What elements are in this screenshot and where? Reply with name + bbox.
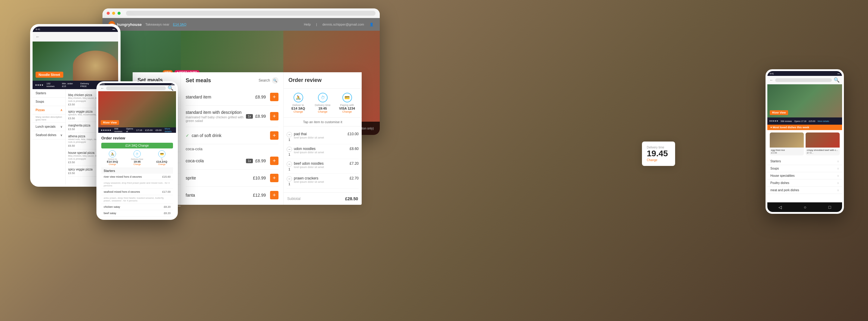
right-back-arrow[interactable]: ←: [770, 78, 773, 82]
add-btn-sprite[interactable]: +: [270, 174, 278, 182]
phone-right-cat-house-label: House specialities: [770, 174, 795, 178]
order-review-title: Order review: [284, 72, 362, 89]
qty-ctrl-pad-thai[interactable]: − 1: [287, 132, 292, 141]
menu-item-coca-cola[interactable]: coca-cola 1x £8.99 +: [186, 152, 278, 169]
qty-num-udon: 1: [288, 153, 290, 156]
order-time-change[interactable]: Change: [318, 110, 328, 113]
right-more-details[interactable]: More details: [818, 120, 829, 122]
phone-cat-soups[interactable]: Soups: [33, 98, 65, 106]
phone-cat-soups-label: Soups: [36, 100, 44, 103]
order-meta-pay-icon: 💳: [342, 93, 352, 102]
order-item-udon[interactable]: − 1 udon noodles lorel ipsum dolor sit a…: [287, 144, 359, 159]
order-item-pad-thai-details: pad thai lorel ipsum dolor sit amet: [294, 132, 346, 139]
phone-stat-delivery-left: Delivery FREE: [80, 82, 96, 88]
mid-starter-6[interactable]: beef satay £8.20: [101, 210, 173, 217]
phone-cat-pizzas[interactable]: Pizzas ∧: [33, 106, 65, 115]
order-item-prawn-name: prawn crackers: [294, 176, 348, 181]
phone-right-cat-meat[interactable]: meat and pork dishes ∨: [767, 187, 842, 194]
mid-status-bar: 5:01 ▪▪▪: [98, 83, 176, 85]
bottom-nav-back[interactable]: ◁: [778, 205, 782, 210]
hh-nav-right: Help | dennis.schipper@gmail.com 👤: [304, 23, 374, 27]
hh-location[interactable]: E14 3AQ: [173, 23, 187, 26]
phone-cat-lunch[interactable]: Lunch specials ∨: [33, 123, 65, 131]
nav-divider: |: [316, 23, 317, 26]
order-item-beef-udon[interactable]: − 1 beef udon noodles lorel ipsum dolor …: [287, 159, 359, 174]
menu-items-header: Set meals Search 🔍: [186, 77, 278, 84]
add-btn-soft-drink[interactable]: +: [270, 131, 278, 140]
add-btn-fanta[interactable]: +: [270, 191, 278, 199]
mid-starter-5[interactable]: chicken satay £8.20: [101, 204, 173, 210]
order-item-prawn-crackers[interactable]: − 1 prawn crackers lorel ipsum dolor sit…: [287, 174, 359, 189]
menu-item-fanta[interactable]: fanta £12.99 +: [186, 187, 278, 204]
lunch-chevron: ∨: [60, 125, 62, 128]
phone-right-rest-badge: River View: [770, 110, 788, 115]
mid-order-title: Order review: [101, 136, 173, 140]
order-deliver-change[interactable]: Change: [293, 110, 303, 113]
mid-time-change[interactable]: Change: [133, 163, 141, 165]
menu-item-soft-drink[interactable]: ✓ can of soft drink +: [186, 127, 278, 144]
food-card-1[interactable]: egg fried rice £3.98: [770, 132, 804, 155]
order-item-prawn-details: prawn crackers lorel ipsum dolor sit ame…: [294, 176, 348, 183]
menu-item-standard-price: £8.99: [255, 95, 266, 99]
order-item-pad-thai[interactable]: − 1 pad thai lorel ipsum dolor sit amet …: [287, 129, 359, 144]
mid-starter-3-price: £17.00: [162, 190, 170, 193]
phone-cat-starters[interactable]: Starters: [33, 89, 65, 98]
mid-more-details[interactable]: More details: [164, 127, 174, 133]
menu-item-sprite[interactable]: sprite £10.99 +: [186, 169, 278, 187]
phone-right-cat-soups[interactable]: Soups ∨: [767, 165, 842, 172]
qty-ctrl-prawn[interactable]: − 1: [287, 176, 292, 186]
dt-change[interactable]: Change: [647, 158, 670, 162]
qty-ctrl-beef-udon[interactable]: − 1: [287, 161, 292, 171]
mid-starter-1[interactable]: river view mixed hors d oeuvres £15.60: [101, 174, 173, 180]
add-btn-coca-cola[interactable]: +: [270, 157, 278, 165]
food-card-2[interactable]: crispy shredded beef with c... £7.9...: [806, 132, 840, 155]
mid-starter-5-name: chicken satay: [104, 205, 120, 208]
bottom-nav-home[interactable]: ○: [804, 205, 806, 210]
qty-minus-prawn[interactable]: −: [287, 176, 292, 182]
mid-pay-value: £14.2AQ: [156, 160, 167, 163]
qty-minus-udon[interactable]: −: [287, 147, 292, 152]
right-search-icon[interactable]: 🔍: [834, 77, 840, 83]
mid-deliver-change[interactable]: Change: [109, 163, 116, 165]
order-pay-change[interactable]: Change: [342, 110, 352, 113]
add-btn-with-desc[interactable]: +: [270, 112, 278, 121]
order-item-pad-thai-desc: lorel ipsum dolor sit amet: [294, 136, 346, 139]
phone-cat-seafood[interactable]: Seafood dishes ∨: [33, 131, 65, 139]
back-arrow-left[interactable]: ←: [36, 34, 40, 39]
order-meta-time-label: Delivery time: [315, 104, 330, 106]
mid-starter-7[interactable]: royal satay £7.85: [101, 217, 173, 220]
mid-starter-3[interactable]: seafood mixed hors d oeuvres £17.00: [101, 189, 173, 195]
qty-ctrl-udon[interactable]: − 1: [287, 147, 292, 156]
phone-right-cat-house[interactable]: House specialities ∨: [767, 172, 842, 180]
phone-stat-min-left: Min. order £15: [62, 82, 78, 88]
menu-item-with-desc[interactable]: standard item with description marinated…: [186, 106, 278, 127]
order-meta-pay-label: Paying with: [340, 104, 354, 106]
add-btn-standard[interactable]: +: [270, 93, 278, 101]
food-card-2-img: [806, 132, 840, 148]
menu-item-coca-cola-info: coca-cola: [186, 158, 246, 163]
phone-right-cat-starters[interactable]: Starters ∨: [767, 158, 842, 165]
mid-back-arrow[interactable]: ←: [101, 86, 104, 90]
mid-pay-change[interactable]: Change: [158, 163, 166, 165]
qty-minus-pad-thai[interactable]: −: [287, 132, 292, 137]
order-item-beef-udon-desc: lorel ipsum dolor sit amet: [294, 166, 348, 169]
hh-logo-text: hungryhouse: [117, 22, 142, 27]
qty-minus-beef-udon[interactable]: −: [287, 161, 292, 167]
order-item-pad-thai-name: pad thai: [294, 132, 346, 136]
mid-starter-7-price: £7.85: [164, 218, 170, 220]
browser-dot-red: [107, 12, 110, 15]
bottom-nav-apps[interactable]: □: [829, 205, 831, 210]
user-email[interactable]: dennis.schipper@gmail.com: [322, 23, 364, 26]
search-button[interactable]: Search 🔍: [258, 77, 278, 84]
mid-starter-2: crispy seaweed, drop fried prawn paste a…: [101, 180, 173, 189]
food-card-2-name: crispy shredded beef with c...: [807, 149, 838, 152]
url-bar[interactable]: [126, 11, 375, 15]
mid-search-icon[interactable]: 🔍: [167, 85, 174, 91]
mid-starter-6-price: £8.20: [164, 212, 170, 215]
mid-url-bar[interactable]: [106, 87, 166, 90]
food-card-1-name: egg fried rice: [771, 149, 803, 152]
help-link[interactable]: Help: [304, 23, 311, 26]
menu-item-standard[interactable]: standard item £8.99 +: [186, 89, 278, 106]
phone-right-cat-poultry[interactable]: Poultry dishes ∨: [767, 180, 842, 187]
right-url-bar[interactable]: [775, 78, 832, 82]
